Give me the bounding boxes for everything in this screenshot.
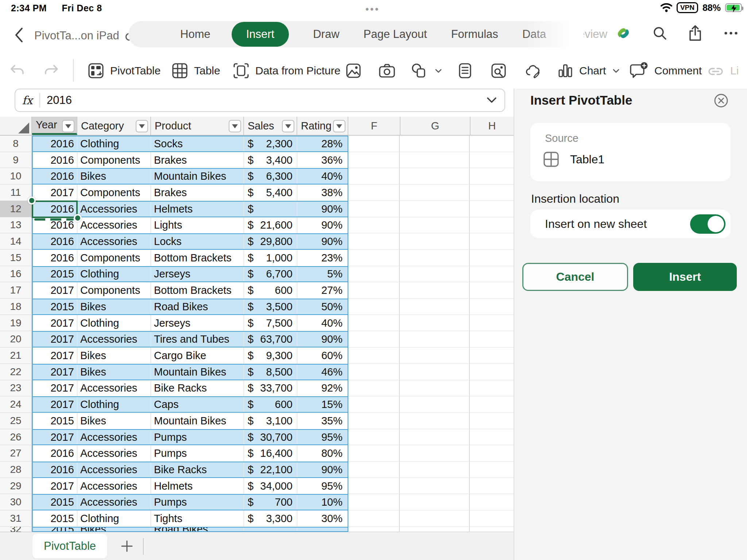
row-number[interactable]: 23 xyxy=(0,380,32,397)
cell-category[interactable]: Clothing xyxy=(77,315,151,331)
empty-cell[interactable] xyxy=(400,299,470,315)
cell-category[interactable]: Components xyxy=(77,152,151,168)
cell-year[interactable]: 2015 xyxy=(33,528,77,531)
cell-year[interactable]: 2015 xyxy=(33,510,77,527)
row-number[interactable]: 14 xyxy=(0,233,32,250)
row-number[interactable]: 26 xyxy=(0,429,32,446)
empty-cell[interactable] xyxy=(400,315,470,331)
cell-rating[interactable] xyxy=(297,528,348,531)
empty-cell[interactable] xyxy=(400,462,470,478)
empty-cell[interactable] xyxy=(470,184,513,201)
source-row[interactable]: Table1 xyxy=(542,151,604,168)
cell-rating[interactable]: 35% xyxy=(297,413,348,429)
cell-product[interactable]: Jerseys xyxy=(151,267,244,282)
cell-sales[interactable]: $6,700 xyxy=(244,267,297,282)
cell-year[interactable]: 2017 xyxy=(33,184,77,201)
column-header-category[interactable]: Category xyxy=(77,117,151,135)
image-lens-button[interactable] xyxy=(490,55,507,87)
cell-sales[interactable] xyxy=(244,528,297,531)
empty-cell[interactable] xyxy=(348,445,400,461)
empty-cell[interactable] xyxy=(348,347,400,363)
empty-cell[interactable] xyxy=(348,184,400,201)
share-icon[interactable] xyxy=(688,25,703,42)
add-sheet-button[interactable] xyxy=(117,536,137,556)
empty-cell[interactable] xyxy=(470,494,513,510)
cell-product[interactable]: Tights xyxy=(151,510,244,527)
cell-year[interactable]: 2015 xyxy=(33,267,77,282)
cell-category[interactable]: Clothing xyxy=(77,510,151,527)
shapes-button[interactable] xyxy=(410,55,443,87)
cell-rating[interactable]: 90% xyxy=(297,217,348,234)
cell-rating[interactable]: 27% xyxy=(297,282,348,299)
empty-cell[interactable] xyxy=(400,445,470,461)
cell-year[interactable]: 2017 xyxy=(33,365,77,380)
row-number[interactable]: 9 xyxy=(0,152,32,168)
column-header-product[interactable]: Product xyxy=(151,117,244,135)
cell-sales[interactable]: $ xyxy=(244,202,297,217)
cell-year[interactable]: 2017 xyxy=(33,282,77,299)
cell-product[interactable]: Mountain Bikes xyxy=(151,169,244,184)
column-header-rating[interactable]: Rating xyxy=(297,117,348,135)
empty-cell[interactable] xyxy=(470,445,513,461)
empty-cell[interactable] xyxy=(400,266,470,282)
empty-cell[interactable] xyxy=(470,380,513,396)
cell-rating[interactable]: 40% xyxy=(297,169,348,184)
empty-cell[interactable] xyxy=(348,396,400,412)
cell-year[interactable]: 2016 xyxy=(33,217,77,234)
empty-cell[interactable] xyxy=(470,152,513,168)
empty-cell[interactable] xyxy=(400,494,470,510)
empty-cell[interactable] xyxy=(348,462,400,478)
search-icon[interactable] xyxy=(652,26,667,41)
cell-category[interactable]: Bikes xyxy=(77,169,151,184)
cell-rating[interactable]: 28% xyxy=(297,136,348,151)
empty-cell[interactable] xyxy=(400,347,470,363)
cell-rating[interactable]: 23% xyxy=(297,250,348,266)
empty-cell[interactable] xyxy=(348,282,400,298)
cell-category[interactable]: Accessories xyxy=(77,462,151,477)
cell-category[interactable]: Bikes xyxy=(77,365,151,380)
data-from-picture-button[interactable]: Data from Picture xyxy=(233,55,340,87)
empty-cell[interactable] xyxy=(470,136,513,152)
cell-sales[interactable]: $33,700 xyxy=(244,380,297,397)
cell-sales[interactable]: $600 xyxy=(244,282,297,299)
empty-cell[interactable] xyxy=(470,364,513,380)
row-number[interactable]: 32 xyxy=(0,527,32,532)
cell-sales[interactable]: $3,100 xyxy=(244,413,297,429)
empty-cell[interactable] xyxy=(348,217,400,233)
cell-year[interactable]: 2017 xyxy=(33,430,77,445)
empty-cell[interactable] xyxy=(400,527,470,532)
cell-category[interactable]: Accessories xyxy=(77,380,151,397)
cell-sales[interactable]: $29,800 xyxy=(244,234,297,249)
cell-category[interactable]: Bikes xyxy=(77,528,151,531)
cell-sales[interactable]: $3,400 xyxy=(244,152,297,168)
cell-year[interactable]: 2016 xyxy=(33,136,77,151)
row-number[interactable]: 19 xyxy=(0,315,32,331)
empty-cell[interactable] xyxy=(470,250,513,266)
row-number[interactable]: 15 xyxy=(0,250,32,266)
empty-cell[interactable] xyxy=(400,429,470,445)
cell-rating[interactable]: 90% xyxy=(297,462,348,477)
row-number[interactable]: 13 xyxy=(0,217,32,234)
cell-product[interactable]: Jerseys xyxy=(151,315,244,331)
cell-year[interactable]: 2015 xyxy=(33,299,77,314)
cell-year[interactable]: 2017 xyxy=(33,380,77,397)
link-button[interactable]: Li xyxy=(707,55,739,87)
more-options-icon[interactable] xyxy=(723,25,739,41)
cell-sales[interactable]: $9,300 xyxy=(244,347,297,364)
empty-cell[interactable] xyxy=(470,217,513,233)
empty-cell[interactable] xyxy=(348,510,400,526)
cell-category[interactable]: Bikes xyxy=(77,413,151,429)
cell-category[interactable]: Bikes xyxy=(77,299,151,314)
cell-product[interactable]: Mountain Bikes xyxy=(151,365,244,380)
empty-cell[interactable] xyxy=(348,299,400,315)
insert-picture-button[interactable] xyxy=(345,55,362,87)
cell-year[interactable]: 2016 xyxy=(33,250,77,266)
back-button[interactable] xyxy=(11,26,28,44)
row-number[interactable]: 21 xyxy=(0,347,32,364)
cell-rating[interactable]: 90% xyxy=(297,234,348,249)
empty-cell[interactable] xyxy=(348,527,400,532)
cell-rating[interactable]: 80% xyxy=(297,445,348,462)
row-number[interactable]: 16 xyxy=(0,266,32,283)
cell-sales[interactable]: $22,100 xyxy=(244,462,297,477)
empty-cell[interactable] xyxy=(400,510,470,526)
